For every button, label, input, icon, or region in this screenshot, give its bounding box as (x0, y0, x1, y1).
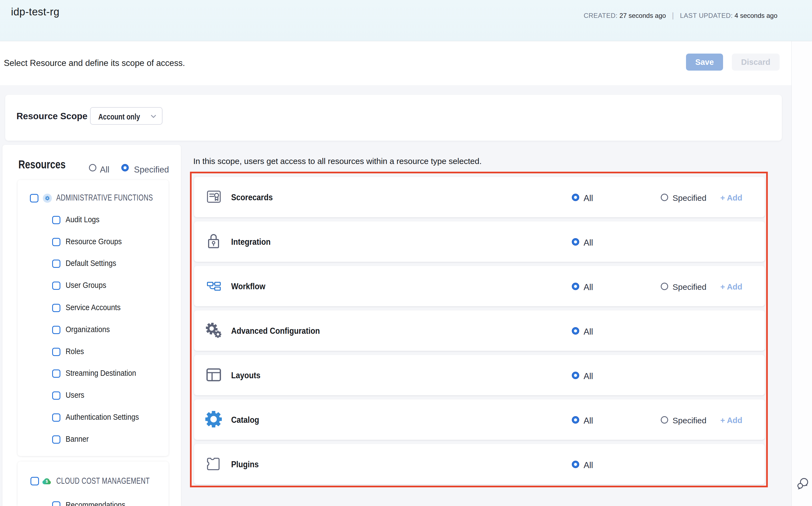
svg-text:$: $ (45, 479, 48, 484)
